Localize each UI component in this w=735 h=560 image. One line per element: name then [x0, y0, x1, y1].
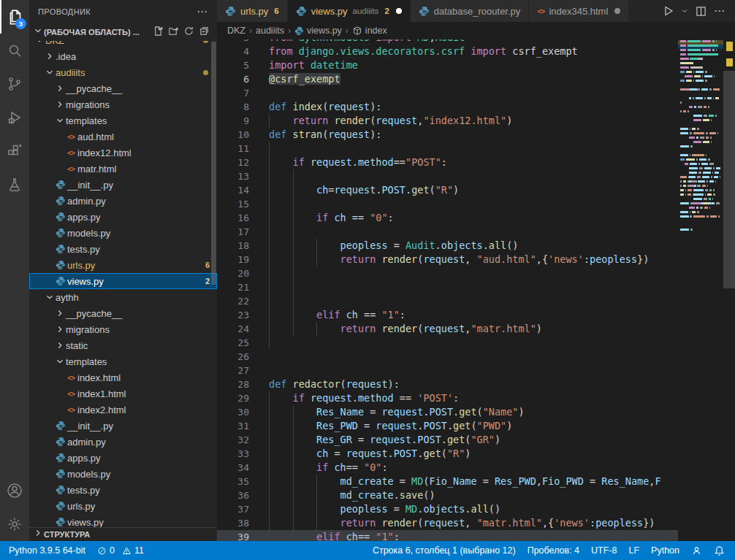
new-file-icon[interactable] [153, 26, 164, 39]
explorer-more-actions-icon[interactable]: ⋯ [197, 5, 208, 18]
tree-folder--pycache-[interactable]: __pycache__ [29, 305, 217, 321]
tree-file-admin-py[interactable]: admin.py [29, 193, 217, 209]
tree-folder-audiiits[interactable]: audiiits [29, 64, 217, 80]
indentation[interactable]: Пробелов: 4 [522, 541, 585, 560]
tree-file--init-py[interactable]: __init__.py [29, 418, 217, 434]
line-number[interactable]: 19 [217, 253, 249, 266]
line-number[interactable]: 25 [217, 336, 249, 350]
eol[interactable]: LF [622, 541, 645, 560]
line-number[interactable]: 12 [217, 156, 249, 169]
tree-folder-templates[interactable]: templates [29, 353, 217, 369]
source-control-icon[interactable] [0, 67, 29, 101]
breadcrumb-item-views-py[interactable]: views.py [294, 26, 342, 36]
feedback-icon[interactable] [685, 541, 708, 560]
search-icon[interactable] [0, 34, 29, 67]
line-number[interactable]: 14 [217, 183, 249, 197]
line-number[interactable]: 26 [217, 350, 249, 364]
tree-file-views-py[interactable]: views.py2 [29, 273, 217, 289]
tab-database-roouter-py[interactable]: database_roouter.py [411, 0, 529, 22]
line-number[interactable]: 20 [217, 266, 249, 280]
line-number[interactable]: 3 [217, 39, 249, 45]
workspace-section-header[interactable]: (РАБОЧАЯ ОБЛАСТЬ) ... [29, 23, 217, 41]
line-number[interactable]: 27 [217, 364, 249, 377]
line-number[interactable]: 32 [217, 433, 249, 447]
outline-section-header[interactable]: СТРУКТУРА [29, 527, 217, 541]
line-number[interactable]: 10 [217, 128, 249, 142]
line-number[interactable]: 34 [217, 461, 249, 475]
line-number[interactable]: 21 [217, 280, 249, 294]
notifications-bell-icon[interactable] [708, 541, 731, 560]
python-interpreter-status[interactable]: Python 3.9.5 64-bit [3, 541, 91, 560]
line-number[interactable]: 9 [217, 114, 249, 128]
testing-icon[interactable] [0, 168, 29, 202]
line-number[interactable]: 6 [217, 72, 249, 86]
sidebar-scrollbar[interactable] [211, 42, 216, 285]
tree-file-models-py[interactable]: models.py [29, 466, 217, 482]
line-number[interactable]: 33 [217, 447, 249, 461]
tree-file-index2-html[interactable]: <>index2.html [29, 402, 217, 418]
unsaved-dot-icon[interactable] [396, 8, 402, 14]
line-number[interactable]: 36 [217, 488, 249, 502]
tab-urls-py[interactable]: urls.py6 [217, 0, 287, 22]
run-dropdown-chevron-icon[interactable] [679, 3, 690, 19]
line-number[interactable]: 8 [217, 100, 249, 114]
code-editor[interactable]: 3from aythh.models import MD,Audit4from … [217, 39, 678, 541]
line-number[interactable]: 16 [217, 211, 249, 225]
tree-file-aud-html[interactable]: <>aud.html [29, 129, 217, 145]
tree-folder-migrations[interactable]: migrations [29, 96, 217, 112]
tree-file-views-py[interactable]: views.py [29, 514, 217, 527]
unsaved-dot-icon[interactable] [614, 8, 620, 14]
line-number[interactable]: 39 [217, 530, 249, 541]
problems-status[interactable]: 0 11 [91, 541, 150, 560]
line-number[interactable]: 24 [217, 322, 249, 336]
tree-file--init-py[interactable]: __init__.py [29, 177, 217, 193]
tree-file-index1-html[interactable]: <>index1.html [29, 386, 217, 402]
split-editor-icon[interactable] [693, 3, 709, 19]
cursor-position[interactable]: Строка 6, столбец 1 (выбрано 12) [367, 541, 522, 560]
run-debug-icon[interactable] [0, 101, 29, 134]
new-folder-icon[interactable] [168, 26, 179, 39]
tree-file-matr-html[interactable]: <>matr.html [29, 161, 217, 177]
explorer-icon[interactable]: 3 [0, 0, 29, 34]
line-number[interactable]: 31 [217, 419, 249, 433]
tree-folder-aythh[interactable]: aythh [29, 289, 217, 305]
account-icon[interactable] [0, 474, 29, 507]
tree-folder-templates[interactable]: templates [29, 112, 217, 129]
tree-file-apps-py[interactable]: apps.py [29, 450, 217, 466]
collapse-folders-icon[interactable] [199, 26, 210, 39]
encoding[interactable]: UTF-8 [585, 541, 622, 560]
settings-icon[interactable] [0, 507, 29, 541]
line-number[interactable]: 38 [217, 516, 249, 530]
tab-views-py[interactable]: views.pyaudiiits2 [288, 0, 410, 22]
tree-file-index-html[interactable]: <>index.html [29, 369, 217, 386]
line-number[interactable]: 4 [217, 45, 249, 58]
tree-file-tests-py[interactable]: tests.py [29, 482, 217, 498]
tree-folder--idea[interactable]: .idea [29, 48, 217, 64]
tree-file-tests-py[interactable]: tests.py [29, 241, 217, 257]
line-number[interactable]: 5 [217, 58, 249, 72]
line-number[interactable]: 37 [217, 502, 249, 516]
tree-folder--pycache-[interactable]: __pycache__ [29, 80, 217, 96]
minimap[interactable] [678, 39, 723, 541]
tree-file-index12-html[interactable]: <>index12.html [29, 145, 217, 161]
code-action-lightbulb-icon[interactable] [256, 61, 264, 69]
line-number[interactable]: 13 [217, 169, 249, 183]
tree-file-urls-py[interactable]: urls.py6 [29, 257, 217, 273]
line-number[interactable]: 23 [217, 308, 249, 322]
tab-index345-html[interactable]: <>index345.html [529, 0, 628, 22]
line-number[interactable]: 15 [217, 197, 249, 211]
line-number[interactable]: 28 [217, 377, 249, 391]
run-python-file-icon[interactable] [660, 3, 677, 19]
editor-scrollbar-thumb[interactable] [723, 71, 735, 288]
line-number[interactable]: 18 [217, 239, 249, 253]
refresh-icon[interactable] [183, 26, 194, 39]
line-number[interactable]: 35 [217, 475, 249, 488]
tree-file-models-py[interactable]: models.py [29, 225, 217, 241]
breadcrumb-item-dkz[interactable]: DKZ [227, 26, 245, 36]
language-mode[interactable]: Python [645, 541, 685, 560]
more-actions-icon[interactable]: ⋯ [712, 3, 728, 19]
line-number[interactable]: 17 [217, 225, 249, 239]
line-number[interactable]: 11 [217, 142, 249, 156]
line-number[interactable]: 29 [217, 391, 249, 405]
line-number[interactable]: 30 [217, 405, 249, 419]
